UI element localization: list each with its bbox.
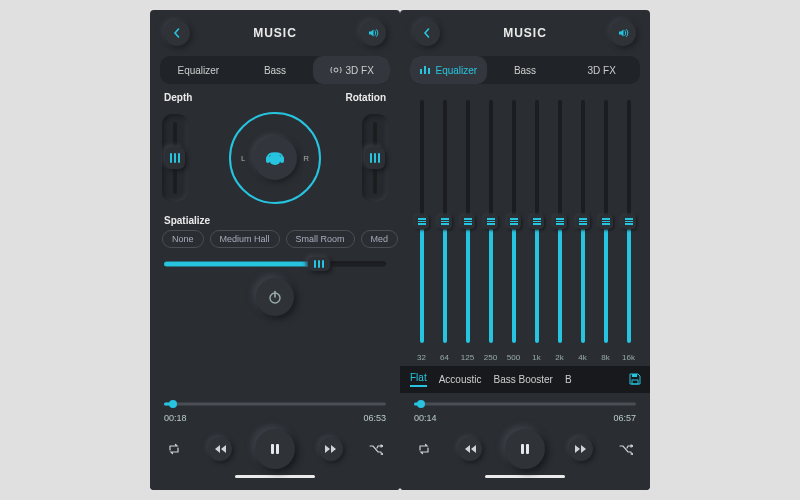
rewind-button[interactable] [458,437,482,461]
freq-label: 500 [505,353,523,362]
surround-icon [330,65,342,75]
chevron-left-icon [422,28,432,38]
rewind-icon [214,444,226,454]
player: 00:18 06:53 [150,393,400,490]
freq-label: 64 [436,353,454,362]
svg-rect-8 [420,69,422,74]
spatialize-label: Spatialize [150,213,400,230]
spatialize-option[interactable]: None [162,230,204,248]
dial-left-label: L [241,154,245,163]
eq-band[interactable] [436,100,454,349]
back-button[interactable] [414,20,440,46]
progress-bar[interactable] [414,399,636,409]
svg-rect-11 [632,374,637,377]
header: MUSIC [400,10,650,52]
svg-rect-7 [276,444,279,454]
eq-band[interactable] [574,100,592,349]
freq-label: 2k [551,353,569,362]
eq-band[interactable] [597,100,615,349]
play-pause-button[interactable] [255,429,295,469]
svg-rect-13 [521,444,524,454]
eq-band[interactable] [482,100,500,349]
pause-icon [268,442,282,456]
repeat-icon [167,443,181,455]
volume-icon [617,27,629,39]
spatialize-option[interactable]: Med [361,230,399,248]
preset-item[interactable]: Accoustic [439,374,482,385]
progress-bar[interactable] [164,399,386,409]
dial-right-label: R [303,154,309,163]
freq-label: 1k [528,353,546,362]
phone-equalizer: MUSIC Equalizer Bass 3D FX 3264125250500… [400,10,650,490]
tab-equalizer[interactable]: Equalizer [410,56,487,84]
tab-3dfx[interactable]: 3D FX [313,56,390,84]
fx-labels: Depth Rotation [150,88,400,103]
svg-point-0 [334,68,338,72]
surround-dial[interactable]: L R [229,112,321,204]
forward-button[interactable] [319,437,343,461]
spatialize-option[interactable]: Medium Hall [210,230,280,248]
eq-band[interactable] [505,100,523,349]
home-indicator [485,475,565,478]
eq-band[interactable] [620,100,638,349]
volume-button[interactable] [360,20,386,46]
freq-label: 32 [413,353,431,362]
eq-presets: Flat Accoustic Bass Booster B [400,366,650,393]
header: MUSIC [150,10,400,52]
spatialize-option[interactable]: Small Room [286,230,355,248]
preset-item[interactable]: B [565,374,572,385]
eq-band[interactable] [551,100,569,349]
duration-time: 06:53 [363,413,386,423]
shuffle-button[interactable] [616,439,636,459]
chevron-left-icon [172,28,182,38]
play-pause-button[interactable] [505,429,545,469]
eq-band[interactable] [459,100,477,349]
depth-label: Depth [164,92,192,103]
freq-label: 125 [459,353,477,362]
shuffle-icon [619,443,633,455]
shuffle-button[interactable] [366,439,386,459]
volume-icon [367,27,379,39]
page-title: MUSIC [503,26,547,40]
shuffle-icon [369,443,383,455]
rotation-label: Rotation [345,92,386,103]
svg-rect-3 [280,156,284,163]
save-icon [628,372,642,386]
rotation-slider[interactable] [362,114,388,202]
fx-controls: L R [150,103,400,213]
rewind-button[interactable] [208,437,232,461]
preset-item[interactable]: Bass Booster [493,374,552,385]
eq-band[interactable] [528,100,546,349]
spatialize-slider[interactable] [164,258,386,270]
head-icon [262,145,288,171]
freq-label: 4k [574,353,592,362]
equalizer-icon [419,65,431,75]
equalizer-bands [400,88,650,353]
freq-label: 250 [482,353,500,362]
repeat-button[interactable] [414,439,434,459]
freq-label: 8k [597,353,615,362]
repeat-button[interactable] [164,439,184,459]
volume-button[interactable] [610,20,636,46]
svg-rect-12 [632,380,638,384]
player: 00:14 06:57 [400,393,650,490]
tabs: Equalizer Bass 3D FX [160,56,390,84]
eq-band[interactable] [413,100,431,349]
tabs: Equalizer Bass 3D FX [410,56,640,84]
phone-3dfx: MUSIC Equalizer Bass 3D FX Depth Rotatio… [150,10,400,490]
tab-3dfx[interactable]: 3D FX [563,56,640,84]
forward-icon [325,444,337,454]
back-button[interactable] [164,20,190,46]
tab-equalizer[interactable]: Equalizer [160,56,237,84]
svg-rect-6 [271,444,274,454]
home-indicator [235,475,315,478]
save-preset-button[interactable] [628,372,642,388]
forward-icon [575,444,587,454]
preset-item[interactable]: Flat [410,372,427,387]
forward-button[interactable] [569,437,593,461]
power-button[interactable] [256,278,294,316]
elapsed-time: 00:14 [414,413,437,423]
depth-slider[interactable] [162,114,188,202]
tab-bass[interactable]: Bass [237,56,314,84]
tab-bass[interactable]: Bass [487,56,564,84]
